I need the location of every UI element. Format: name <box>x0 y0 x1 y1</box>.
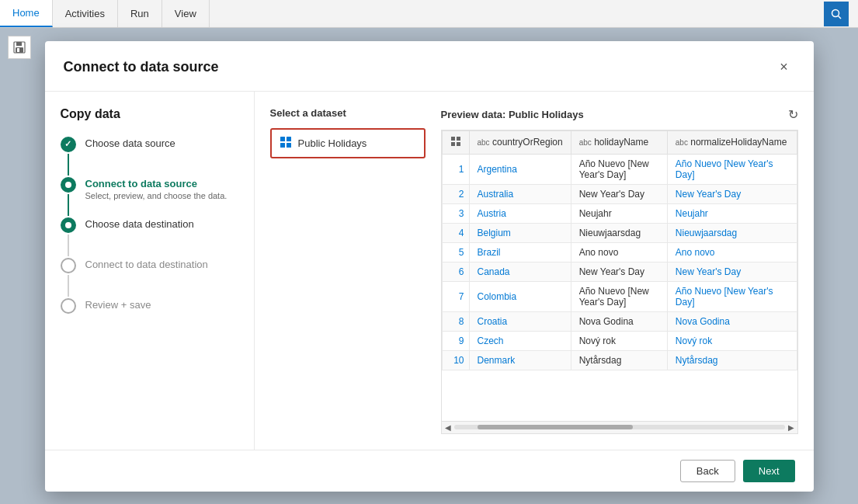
step-2-circle <box>61 177 76 193</box>
back-button[interactable]: Back <box>680 460 735 482</box>
step-5-circle <box>61 298 76 314</box>
col-header-country: abc countryOrRegion <box>469 130 571 154</box>
step-2-label: Connect to data source <box>85 178 228 189</box>
table-row: 9 Czech Nový rok Nový rok <box>442 331 797 350</box>
holiday-cell: Neujahr <box>571 203 667 223</box>
dialog-title: Connect to data source <box>64 59 219 75</box>
step-1-line <box>68 154 69 176</box>
tab-activities[interactable]: Activities <box>53 0 118 27</box>
table-row: 6 Canada New Year's Day New Year's Day <box>442 262 797 281</box>
normalize-cell: Nový rok <box>667 331 797 350</box>
dialog-body: Copy data ✓ Choose data source <box>45 92 814 450</box>
row-num-cell: 8 <box>442 311 469 331</box>
row-num-cell: 2 <box>442 184 469 203</box>
top-bar: Home Activities Run View <box>0 0 858 28</box>
normalize-cell: Nieuwjaarsdag <box>667 223 797 242</box>
step-2: Connect to data source Select, preview, … <box>57 177 241 217</box>
holiday-cell: Año Nuevo [New Year's Day] <box>571 281 667 311</box>
step-3-label: Choose data destination <box>85 218 194 230</box>
row-num-cell: 1 <box>442 154 469 184</box>
scrollbar-thumb[interactable] <box>478 425 633 429</box>
step-4-content: Connect to data destination <box>79 258 208 283</box>
normalize-cell: Año Nuevo [New Year's Day] <box>667 281 797 311</box>
step-4: Connect to data destination <box>57 258 241 298</box>
refresh-icon[interactable]: ↻ <box>788 107 798 122</box>
top-bar-icons <box>824 2 858 26</box>
step-5-label: Review + save <box>85 299 151 311</box>
normalize-cell: Año Nuevo [New Year's Day] <box>667 154 797 184</box>
holiday-cell: Nova Godina <box>571 311 667 331</box>
save-button[interactable] <box>8 36 31 59</box>
sidebar-title: Copy data <box>57 107 241 121</box>
tab-home[interactable]: Home <box>0 0 53 27</box>
dataset-panel-title: Select a dataset <box>270 107 426 119</box>
normalize-cell: Neujahr <box>667 203 797 223</box>
country-cell: Denmark <box>469 350 571 370</box>
step-4-line <box>68 275 69 297</box>
next-button[interactable]: Next <box>743 460 795 482</box>
holiday-cell: Nieuwjaarsdag <box>571 223 667 242</box>
tab-run[interactable]: Run <box>118 0 162 27</box>
step-1-circle: ✓ <box>61 137 76 152</box>
country-cell: Czech <box>469 331 571 350</box>
col-header-normalize: abc normalizeHolidayName <box>667 130 797 154</box>
country-cell: Austria <box>469 203 571 223</box>
horizontal-scrollbar[interactable]: ◀ ▶ <box>441 422 798 434</box>
step-2-content: Connect to data source Select, preview, … <box>79 177 228 213</box>
svg-rect-6 <box>280 137 285 141</box>
step-3-circle <box>61 217 76 233</box>
scroll-left-arrow[interactable]: ◀ <box>445 423 451 432</box>
step-3-indicator <box>57 217 79 258</box>
svg-point-0 <box>832 9 839 16</box>
step-5-indicator <box>57 298 79 314</box>
step-5-content: Review + save <box>79 298 151 323</box>
normalize-cell: New Year's Day <box>667 184 797 203</box>
step-4-indicator <box>57 258 79 298</box>
close-button[interactable]: × <box>773 57 795 78</box>
scroll-right-arrow[interactable]: ▶ <box>788 423 794 432</box>
main-area: Connect to data source × Copy data ✓ C <box>0 28 858 504</box>
preview-header: Preview data: Public Holidays ↻ <box>441 107 798 122</box>
data-table-wrapper[interactable]: abc countryOrRegion abc holidayName abc <box>441 130 798 422</box>
dialog-header: Connect to data source × <box>45 41 814 92</box>
table-row: 7 Colombia Año Nuevo [New Year's Day] Añ… <box>442 281 797 311</box>
top-bar-tabs: Home Activities Run View <box>0 0 210 27</box>
col-header-holiday: abc holidayName <box>571 130 667 154</box>
search-icon[interactable] <box>824 2 849 26</box>
holiday-cell: Nový rok <box>571 331 667 350</box>
tab-view[interactable]: View <box>162 0 210 27</box>
row-num-cell: 7 <box>442 281 469 311</box>
row-num-cell: 3 <box>442 203 469 223</box>
preview-title: Preview data: Public Holidays <box>441 109 584 120</box>
table-row: 3 Austria Neujahr Neujahr <box>442 203 797 223</box>
content-area: Select a dataset Public Holidays <box>255 92 814 450</box>
step-2-indicator <box>57 177 79 217</box>
step-3-line <box>68 235 69 256</box>
preview-panel: Preview data: Public Holidays ↻ <box>441 107 798 434</box>
svg-rect-13 <box>457 142 460 146</box>
step-1-content: Choose data source <box>79 137 175 162</box>
dataset-item-label: Public Holidays <box>298 137 367 149</box>
step-3: Choose data destination <box>57 217 241 258</box>
svg-rect-7 <box>287 137 291 141</box>
row-num-cell: 4 <box>442 223 469 242</box>
country-cell: Brazil <box>469 242 571 262</box>
table-row: 8 Croatia Nova Godina Nova Godina <box>442 311 797 331</box>
svg-rect-3 <box>16 42 22 46</box>
holiday-cell: Ano novo <box>571 242 667 262</box>
step-3-content: Choose data destination <box>79 217 194 242</box>
dataset-panel: Select a dataset Public Holidays <box>270 107 426 434</box>
table-row: 2 Australia New Year's Day New Year's Da… <box>442 184 797 203</box>
row-num-cell: 9 <box>442 331 469 350</box>
svg-rect-12 <box>451 142 455 146</box>
table-header-row: abc countryOrRegion abc holidayName abc <box>442 130 797 154</box>
step-5: Review + save <box>57 298 241 323</box>
table-row: 5 Brazil Ano novo Ano novo <box>442 242 797 262</box>
svg-rect-10 <box>451 137 455 141</box>
holiday-cell: Año Nuevo [New Year's Day] <box>571 154 667 184</box>
country-cell: Argentina <box>469 154 571 184</box>
col-header-rownum <box>442 130 469 154</box>
svg-rect-9 <box>287 143 291 148</box>
dataset-item-public-holidays[interactable]: Public Holidays <box>270 128 426 158</box>
country-cell: Colombia <box>469 281 571 311</box>
